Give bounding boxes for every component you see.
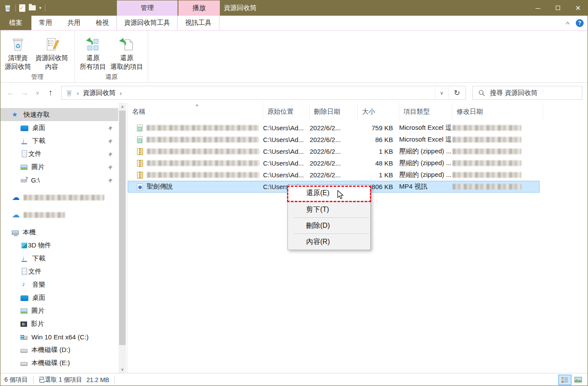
context-menu-item-restore[interactable]: 還原(E) (288, 185, 370, 201)
selection-size: 21.2 MB (86, 376, 109, 383)
thumbnail-view-button[interactable] (571, 375, 585, 385)
tab-file[interactable]: 檔案 (0, 16, 31, 30)
recent-locations-dropdown[interactable]: ∨ (33, 83, 42, 103)
sidebar-item[interactable]: 快速存取 (0, 108, 118, 121)
recycle-bin-icon: ♻ (65, 89, 73, 97)
svg-text:♻: ♻ (6, 6, 10, 10)
details-view-button[interactable] (558, 375, 571, 385)
column-header-date-deleted[interactable]: 刪除日期 (310, 103, 358, 120)
minimize-button[interactable]: ─ (528, 0, 548, 16)
sidebar-item[interactable]: Win 10 Ent x64 (C:) (0, 330, 118, 343)
sidebar-item[interactable] (0, 208, 118, 221)
pin-icon (108, 125, 113, 132)
breadcrumb-item[interactable]: 資源回收筒 (83, 89, 116, 97)
contextual-tab-header-play[interactable]: 播放 (178, 0, 220, 16)
scrollbar-thumb[interactable] (119, 111, 126, 345)
column-header-name[interactable]: 名稱 (128, 103, 263, 120)
drive-icon (21, 362, 27, 366)
sidebar-item-label: 音樂 (32, 281, 45, 289)
column-header-item-type[interactable]: 項目類型 (399, 103, 452, 120)
sidebar-item[interactable]: 文件 (0, 265, 118, 278)
selection-count: 已選取 1 個項目 (39, 376, 82, 384)
cell-size: 86 KB (358, 134, 399, 146)
cell-original-location: C:\Users\Ad... (263, 122, 310, 134)
breadcrumb-separator[interactable]: › (120, 89, 122, 97)
empty-recycle-bin-button[interactable]: ♻ 清理資 源回收筒 (3, 36, 33, 72)
sidebar-item[interactable]: 本機 (0, 226, 118, 239)
forward-button[interactable]: → (18, 83, 31, 103)
star-icon (12, 111, 20, 118)
column-header-original-location[interactable]: 原始位置 (263, 103, 310, 120)
tab-view[interactable]: 檢視 (88, 16, 116, 30)
sidebar-item[interactable] (0, 191, 118, 204)
maximize-button[interactable] (548, 0, 568, 16)
scroll-up-icon[interactable]: ∧ (119, 103, 126, 110)
zip-icon (137, 148, 143, 155)
close-button[interactable]: × (568, 0, 588, 16)
table-row[interactable]: C:\Users\Ad... 2022/6/2... 86 KB Microso… (128, 134, 540, 146)
doc-icon (22, 150, 27, 157)
tab-share[interactable]: 共用 (60, 16, 88, 30)
context-menu-item-properties[interactable]: 內容(R) (288, 234, 370, 250)
column-header-date-modified[interactable]: 修改日期 (452, 103, 543, 120)
scroll-down-icon[interactable]: ∨ (119, 366, 126, 373)
new-folder-shortcut-icon[interactable] (29, 5, 36, 10)
sidebar-item[interactable]: 圖片 (0, 304, 118, 317)
context-menu: 還原(E) 剪下(T) 刪除(D) 內容(R) (287, 185, 371, 250)
restore-all-items-button[interactable]: 還原 所有項目 (78, 36, 108, 72)
sidebar-item[interactable]: 音樂 (0, 278, 118, 291)
navigation-pane: 快速存取 桌面 下載 文件 圖片 (0, 103, 127, 373)
table-row[interactable]: C:\Users\Ad... 2022/6/2... 1 KB 壓縮的 (zip… (128, 146, 540, 157)
sidebar-item[interactable]: 桌面 (0, 121, 118, 134)
sidebar-item[interactable]: 圖片 (0, 160, 118, 173)
windrive-icon (21, 336, 27, 340)
up-button[interactable]: ↑ (44, 83, 58, 103)
tab-recycle-bin-tools[interactable]: 資源回收筒工具 (116, 16, 178, 30)
recycle-bin-properties-button[interactable]: 資源回收筒 內容 (33, 36, 70, 72)
back-button[interactable]: ← (4, 83, 17, 103)
restore-selected-items-button[interactable]: 還原 選取的項目 (108, 36, 145, 72)
sidebar-item[interactable]: 3D 物件 (0, 239, 118, 252)
ribbon-collapse-icon[interactable]: ∧ (565, 20, 571, 25)
sidebar-item[interactable]: 本機磁碟 (D:) (0, 343, 118, 356)
search-box[interactable]: 搜尋 資源回收筒 (472, 86, 582, 100)
tab-home[interactable]: 常用 (31, 16, 60, 30)
contextual-tab-header-manage[interactable]: 管理 (117, 0, 178, 16)
sidebar-item[interactable]: 桌面 (0, 291, 118, 304)
up-icon: ↑ (48, 88, 53, 98)
sidebar-item[interactable]: 下載 (0, 134, 118, 147)
sidebar-item[interactable]: G:\ (0, 173, 118, 186)
sidebar-scrollbar[interactable]: ∧ ∨ (119, 103, 126, 373)
tab-video-tools[interactable]: 視訊工具 (178, 16, 219, 30)
column-header-size[interactable]: 大小 (358, 103, 399, 120)
window-title: 資源回收筒 (224, 0, 256, 16)
qat-customize-dropdown-icon[interactable]: ▾ (39, 6, 41, 10)
sidebar-item[interactable]: 影片 (0, 317, 118, 330)
context-menu-item-cut[interactable]: 剪下(T) (288, 202, 370, 217)
breadcrumb-separator: › (77, 89, 79, 97)
address-bar[interactable]: ♻ › 資源回收筒 › ∨ ↻ (61, 86, 466, 100)
chevron-down-icon: ∨ (36, 90, 39, 96)
table-row[interactable]: C:\Users\Ad... 2022/6/2... 48 KB 壓縮的 (zi… (128, 157, 540, 169)
pic-icon (21, 165, 27, 170)
properties-shortcut-icon[interactable] (19, 4, 25, 12)
sidebar-item-label: 本機磁碟 (D:) (31, 346, 70, 354)
zip-icon (137, 160, 143, 167)
table-row[interactable]: C:\Users\Ad... 2022/6/2... 759 KB Micros… (128, 122, 540, 134)
button-label: 源回收筒 (5, 62, 31, 71)
minimize-icon: ─ (536, 4, 540, 12)
sidebar-item[interactable]: 下載 (0, 252, 118, 265)
pin-icon (108, 177, 113, 185)
sidebar-item[interactable]: 文件 (0, 147, 118, 160)
excel-icon (137, 125, 143, 132)
context-menu-item-delete[interactable]: 刪除(D) (288, 218, 370, 234)
excel-icon (137, 136, 143, 143)
cell-item-type: Microsoft Excel 逗... (399, 134, 452, 146)
sidebar-item-label: 圖片 (31, 307, 44, 315)
refresh-button[interactable]: ↻ (448, 86, 465, 99)
sidebar-item[interactable]: 本機磁碟 (E:) (0, 356, 118, 369)
address-dropdown-button[interactable]: ∨ (435, 86, 448, 99)
button-label: 還原 (86, 54, 99, 62)
help-button[interactable]: ? (576, 19, 584, 27)
table-row[interactable]: C:\Users\Ad... 2022/6/2... 1 KB 壓縮的 (zip… (128, 169, 540, 181)
